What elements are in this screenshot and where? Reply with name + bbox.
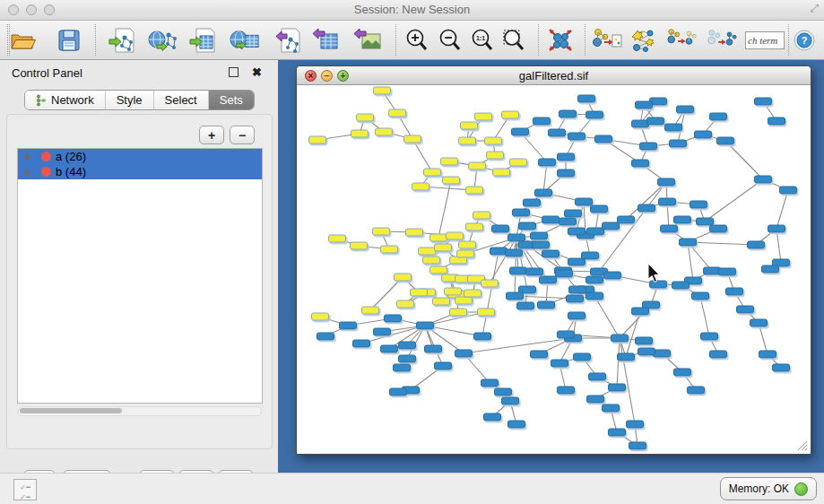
- graph-node-yellow[interactable]: [457, 250, 474, 257]
- graph-node-blue[interactable]: [737, 306, 754, 313]
- tab-sets[interactable]: Sets: [209, 91, 254, 109]
- graph-node-blue[interactable]: [661, 225, 678, 232]
- graph-node-blue[interactable]: [604, 272, 621, 279]
- graph-node-blue[interactable]: [317, 333, 334, 340]
- import-table-url-button[interactable]: [230, 25, 260, 56]
- graph-node-yellow[interactable]: [411, 289, 428, 296]
- graph-node-blue[interactable]: [569, 286, 586, 293]
- select-nodes-button[interactable]: [629, 25, 659, 56]
- graph-node-blue[interactable]: [542, 216, 559, 223]
- graph-node-yellow[interactable]: [351, 130, 369, 137]
- graph-node-blue[interactable]: [558, 153, 575, 161]
- graph-node-yellow[interactable]: [466, 223, 483, 230]
- resize-grip-icon[interactable]: [796, 439, 808, 451]
- graph-node-yellow[interactable]: [487, 152, 504, 159]
- tab-style[interactable]: Style: [106, 91, 154, 109]
- new-network-from-selection-button[interactable]: [666, 25, 697, 56]
- graph-node-blue[interactable]: [609, 429, 626, 436]
- graph-node-blue[interactable]: [399, 355, 416, 362]
- graph-node-blue[interactable]: [647, 117, 664, 125]
- import-table-file-button[interactable]: [188, 25, 219, 56]
- graph-node-blue[interactable]: [508, 421, 525, 428]
- graph-node-blue[interactable]: [578, 95, 595, 102]
- graph-node-blue[interactable]: [587, 395, 604, 403]
- graph-node-yellow[interactable]: [459, 241, 476, 248]
- graph-node-yellow[interactable]: [469, 162, 486, 169]
- network-canvas[interactable]: [297, 85, 811, 453]
- graph-node-blue[interactable]: [710, 113, 727, 120]
- graph-node-yellow[interactable]: [312, 313, 329, 320]
- graph-node-blue[interactable]: [688, 387, 705, 394]
- graph-node-yellow[interactable]: [450, 308, 467, 316]
- graph-node-yellow[interactable]: [412, 183, 429, 190]
- graph-node-blue[interactable]: [609, 384, 626, 391]
- graph-node-blue[interactable]: [513, 209, 530, 216]
- graph-node-blue[interactable]: [417, 322, 434, 329]
- set-row-a[interactable]: a (26): [18, 149, 262, 164]
- zoom-fit-button[interactable]: 1:1: [467, 25, 498, 56]
- graph-node-blue[interactable]: [526, 268, 543, 275]
- graph-node-blue[interactable]: [506, 249, 523, 256]
- graph-node-blue[interactable]: [435, 362, 452, 369]
- graph-node-blue[interactable]: [381, 345, 398, 352]
- graph-node-blue[interactable]: [567, 295, 584, 302]
- graph-node-blue[interactable]: [507, 292, 524, 300]
- graph-node-blue[interactable]: [539, 159, 556, 166]
- graph-node-blue[interactable]: [632, 308, 649, 315]
- graph-node-blue[interactable]: [540, 276, 557, 283]
- scrollbar-thumb[interactable]: [20, 408, 122, 413]
- graph-node-blue[interactable]: [654, 350, 671, 357]
- graph-node-blue[interactable]: [502, 397, 519, 404]
- graph-node-yellow[interactable]: [433, 298, 450, 305]
- graph-node-yellow[interactable]: [502, 111, 519, 118]
- graph-node-yellow[interactable]: [404, 135, 421, 143]
- graph-node-blue[interactable]: [603, 404, 620, 412]
- graph-node-yellow[interactable]: [443, 177, 460, 184]
- graph-node-blue[interactable]: [399, 342, 416, 349]
- graph-node-blue[interactable]: [556, 270, 573, 277]
- graph-node-blue[interactable]: [353, 340, 370, 347]
- network-frame[interactable]: × − + galFiltered.sif: [296, 65, 811, 455]
- extract-selected-network-button[interactable]: [707, 25, 737, 56]
- graph-node-blue[interactable]: [586, 292, 603, 300]
- graph-node-blue[interactable]: [768, 117, 785, 125]
- graph-node-yellow[interactable]: [397, 300, 414, 308]
- graph-node-blue[interactable]: [582, 252, 599, 259]
- graph-node-yellow[interactable]: [406, 229, 423, 236]
- graph-node-blue[interactable]: [524, 199, 541, 206]
- expand-arrow-icon[interactable]: [25, 169, 31, 176]
- graph-node-blue[interactable]: [574, 353, 591, 361]
- graph-node-blue[interactable]: [755, 176, 772, 183]
- graph-node-blue[interactable]: [674, 369, 691, 376]
- graph-node-blue[interactable]: [632, 120, 649, 127]
- graph-node-blue[interactable]: [492, 225, 509, 232]
- graph-node-yellow[interactable]: [389, 109, 406, 117]
- graph-node-blue[interactable]: [568, 228, 585, 235]
- graph-node-blue[interactable]: [780, 187, 797, 194]
- graph-node-blue[interactable]: [762, 265, 779, 273]
- graph-node-yellow[interactable]: [445, 288, 462, 295]
- import-network-url-button[interactable]: [148, 25, 178, 56]
- graph-node-blue[interactable]: [512, 128, 529, 135]
- graph-node-blue[interactable]: [768, 225, 785, 232]
- set-row-b[interactable]: b (44): [18, 164, 262, 179]
- graph-node-blue[interactable]: [576, 198, 593, 205]
- graph-node-blue[interactable]: [533, 117, 551, 125]
- graph-node-blue[interactable]: [611, 335, 629, 342]
- graph-node-blue[interactable]: [710, 225, 727, 232]
- graph-node-blue[interactable]: [636, 337, 653, 344]
- graph-node-blue[interactable]: [425, 345, 442, 352]
- graph-node-yellow[interactable]: [473, 212, 490, 219]
- graph-node-blue[interactable]: [558, 169, 575, 177]
- graph-node-yellow[interactable]: [430, 234, 447, 241]
- graph-node-blue[interactable]: [627, 421, 644, 428]
- graph-node-blue[interactable]: [665, 124, 682, 131]
- graph-node-blue[interactable]: [719, 268, 736, 275]
- graph-node-blue[interactable]: [519, 222, 536, 230]
- graph-node-blue[interactable]: [658, 178, 675, 186]
- graph-node-blue[interactable]: [659, 198, 676, 205]
- export-network-button[interactable]: [273, 25, 304, 56]
- graph-node-yellow[interactable]: [362, 307, 379, 314]
- zoom-in-button[interactable]: [402, 25, 432, 56]
- graph-node-yellow[interactable]: [329, 235, 346, 242]
